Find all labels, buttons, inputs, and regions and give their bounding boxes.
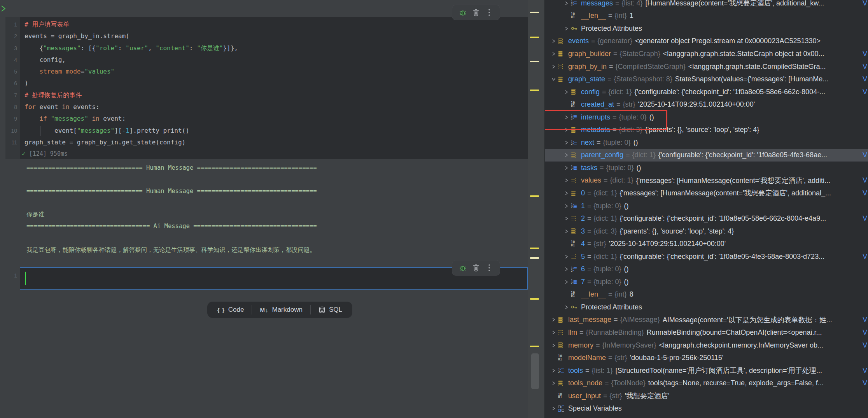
chevron-right-icon[interactable] bbox=[549, 50, 558, 57]
view-link[interactable]: V bbox=[862, 377, 867, 390]
variable-row-0[interactable]: 0={dict: 1}{'messages': [HumanMessage(co… bbox=[545, 187, 868, 200]
variable-row-modelname[interactable]: 1001modelName={str}'doubao-1-5-pro-256k-… bbox=[545, 351, 868, 364]
chevron-right-icon[interactable] bbox=[562, 190, 571, 197]
chevron-right-icon[interactable] bbox=[562, 139, 571, 146]
variable-row-protected-attributes[interactable]: Protected Attributes bbox=[545, 301, 868, 314]
object-icon bbox=[571, 228, 580, 235]
view-link[interactable]: V bbox=[862, 339, 867, 352]
variable-row-tools-node[interactable]: tools_node={ToolNode}tools(tags=None, re… bbox=[545, 377, 868, 390]
chevron-right-icon[interactable] bbox=[562, 88, 571, 95]
variable-row-graph-builder[interactable]: graph_builder={StateGraph}<langgraph.gra… bbox=[545, 47, 868, 60]
chevron-right-icon[interactable] bbox=[549, 405, 558, 412]
variable-row-memory[interactable]: memory={InMemorySaver}<langgraph.checkpo… bbox=[545, 339, 868, 352]
chevron-right-icon[interactable] bbox=[562, 152, 571, 159]
view-link[interactable]: V bbox=[862, 212, 867, 225]
change-marker[interactable] bbox=[530, 346, 539, 347]
variable-row-config[interactable]: config={dict: 1}{'configurable': {'check… bbox=[545, 86, 868, 98]
change-marker[interactable] bbox=[530, 61, 539, 62]
switch-to-markdown-button[interactable]: M↓Markdown bbox=[252, 306, 310, 314]
variable-row-llm[interactable]: llm={RunnableBinding}RunnableBinding(bou… bbox=[545, 326, 868, 339]
chevron-right-icon[interactable] bbox=[562, 228, 571, 235]
scrollbar-thumb[interactable] bbox=[531, 353, 539, 389]
change-marker[interactable] bbox=[530, 12, 539, 13]
chevron-right-icon[interactable] bbox=[549, 342, 558, 349]
chevron-down-icon[interactable] bbox=[549, 76, 558, 83]
run-gutter-icon[interactable] bbox=[0, 5, 7, 14]
variable-row-3[interactable]: 3={dict: 3}{'parents': {}, 'source': 'lo… bbox=[545, 225, 868, 238]
view-link[interactable]: V bbox=[862, 364, 867, 377]
variable-row-5[interactable]: 5={dict: 1}{'configurable': {'checkpoint… bbox=[545, 250, 868, 263]
variable-row-interrupts[interactable]: 12interrupts={tuple: 0}() bbox=[545, 111, 868, 124]
chevron-right-icon[interactable] bbox=[549, 367, 558, 374]
change-marker[interactable] bbox=[530, 248, 539, 249]
debug-bug-icon[interactable] bbox=[458, 263, 468, 273]
chevron-right-icon[interactable] bbox=[562, 25, 571, 32]
view-link[interactable]: V bbox=[862, 149, 867, 162]
view-link[interactable]: V bbox=[862, 0, 867, 10]
chevron-right-icon[interactable] bbox=[562, 126, 571, 133]
chevron-right-icon[interactable] bbox=[562, 278, 571, 285]
view-link[interactable]: V bbox=[862, 187, 867, 200]
chevron-right-icon[interactable] bbox=[549, 63, 558, 70]
chevron-right-icon[interactable] bbox=[562, 114, 571, 121]
variable-row-6[interactable]: 126={tuple: 0}() bbox=[545, 263, 868, 276]
more-vertical-icon[interactable] bbox=[484, 7, 494, 18]
variable-row-4[interactable]: 10014={str}'2025-10-14T09:29:51.002140+0… bbox=[545, 237, 868, 250]
change-marker[interactable] bbox=[530, 90, 539, 91]
protected-key-icon bbox=[571, 25, 580, 32]
variable-row-events[interactable]: events={generator}<generator object Preg… bbox=[545, 35, 868, 48]
variable-type: {tuple: 0} bbox=[606, 164, 634, 172]
chevron-right-icon[interactable] bbox=[549, 329, 558, 336]
variable-row-messages[interactable]: 12messages={list: 4}[HumanMessage(conten… bbox=[545, 0, 868, 10]
variable-row-1[interactable]: 121={tuple: 0}() bbox=[545, 200, 868, 213]
view-link[interactable]: V bbox=[862, 60, 867, 73]
change-marker[interactable] bbox=[530, 298, 539, 300]
chevron-right-icon[interactable] bbox=[549, 380, 558, 387]
variable-row-graph-by-in[interactable]: graph_by_in={CompiledStateGraph}<langgra… bbox=[545, 60, 868, 73]
variable-row--len-[interactable]: 1001__len__={int}1 bbox=[545, 10, 868, 23]
variable-row-next[interactable]: 12next={tuple: 0}() bbox=[545, 136, 868, 149]
change-marker[interactable] bbox=[530, 37, 539, 38]
variable-row-last-message[interactable]: last_message={AIMessage}AIMessage(conten… bbox=[545, 314, 868, 327]
change-marker[interactable] bbox=[530, 195, 539, 197]
variable-row--len-[interactable]: 1001__len__={int}8 bbox=[545, 288, 868, 301]
variable-row-graph-state[interactable]: graph_state={StateSnapshot: 8}StateSnaps… bbox=[545, 73, 868, 86]
switch-to-code-button[interactable]: { }Code bbox=[210, 306, 252, 314]
view-link[interactable]: V bbox=[862, 86, 867, 98]
chevron-right-icon[interactable] bbox=[562, 0, 571, 7]
variable-row-tasks[interactable]: 12tasks={tuple: 0}() bbox=[545, 162, 868, 174]
chevron-right-icon[interactable] bbox=[562, 253, 571, 260]
chevron-right-icon[interactable] bbox=[562, 177, 571, 184]
chevron-right-icon[interactable] bbox=[549, 38, 558, 45]
chevron-right-icon[interactable] bbox=[562, 304, 571, 311]
variable-row-tools[interactable]: 12tools={list: 1}[StructuredTool(name='用… bbox=[545, 364, 868, 377]
view-link[interactable]: V bbox=[862, 326, 867, 339]
variable-row-created-at[interactable]: 1001created_at={str}'2025-10-14T09:29:51… bbox=[545, 98, 868, 111]
debug-bug-icon[interactable] bbox=[458, 7, 468, 18]
variable-row-protected-attributes[interactable]: Protected Attributes bbox=[545, 22, 868, 35]
view-link[interactable]: V bbox=[862, 73, 867, 86]
variable-row-2[interactable]: 2={dict: 1}{'configurable': {'checkpoint… bbox=[545, 212, 868, 225]
view-link[interactable]: V bbox=[862, 174, 867, 187]
line-number: 8 bbox=[5, 101, 20, 113]
variable-row-special-variables[interactable]: Special Variables bbox=[545, 402, 868, 415]
chevron-right-icon[interactable] bbox=[549, 316, 558, 323]
variable-row-user-input[interactable]: 1001user_input={str}'我想要定酒店' bbox=[545, 390, 868, 402]
view-link[interactable]: V bbox=[862, 47, 867, 60]
variable-row-metadata[interactable]: metadata={dict: 3}{'parents': {}, 'sourc… bbox=[545, 123, 868, 136]
view-link[interactable]: V bbox=[862, 314, 867, 327]
switch-to-sql-button[interactable]: SQL bbox=[311, 306, 350, 314]
variable-row-7[interactable]: 127={tuple: 0}() bbox=[545, 276, 868, 288]
change-marker[interactable] bbox=[530, 257, 539, 259]
chevron-right-icon[interactable] bbox=[562, 266, 571, 273]
view-link[interactable]: V bbox=[862, 250, 867, 263]
delete-trash-icon[interactable] bbox=[471, 7, 481, 18]
variable-row-values[interactable]: values={dict: 1}{'messages': [HumanMessa… bbox=[545, 174, 868, 187]
code-editor-content[interactable]: # 用户填写表单events = graph_by_in.stream( {"m… bbox=[24, 19, 238, 148]
chevron-right-icon[interactable] bbox=[562, 202, 571, 209]
chevron-right-icon[interactable] bbox=[562, 215, 571, 222]
variable-row-parent-config[interactable]: parent_config={dict: 1}{'configurable': … bbox=[545, 149, 868, 162]
delete-trash-icon[interactable] bbox=[471, 263, 481, 273]
more-vertical-icon[interactable] bbox=[484, 263, 494, 273]
chevron-right-icon[interactable] bbox=[562, 164, 571, 171]
